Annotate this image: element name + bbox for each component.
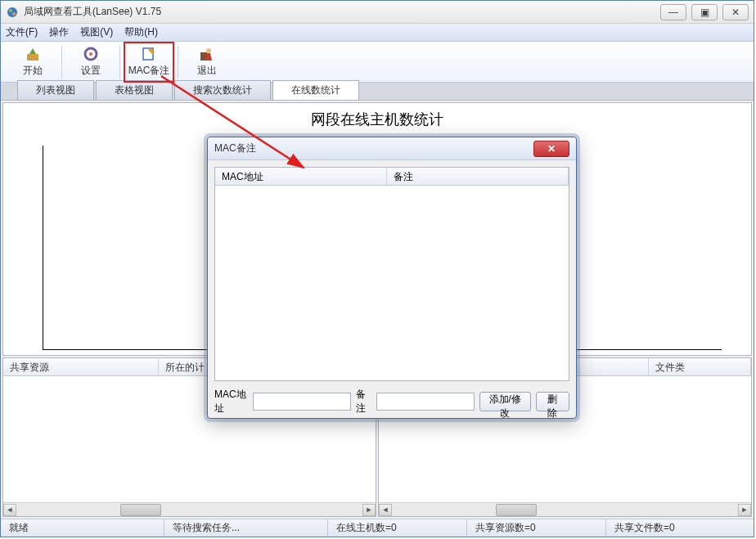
start-button[interactable]: 开始 bbox=[9, 43, 56, 81]
tab-table-view[interactable]: 表格视图 bbox=[96, 80, 173, 100]
separator bbox=[119, 46, 120, 79]
close-button[interactable]: ✕ bbox=[722, 4, 749, 20]
status-shared-files: 共享文件数=0 bbox=[606, 519, 754, 537]
mac-col-header[interactable]: MAC地址 bbox=[215, 168, 387, 185]
right-col-type[interactable]: 文件类 bbox=[649, 358, 751, 375]
svg-point-2 bbox=[12, 12, 16, 16]
add-modify-button[interactable]: 添加/修改 bbox=[479, 392, 531, 411]
note-input[interactable] bbox=[376, 393, 475, 411]
titlebar: 局域网查看工具(LanSee) V1.75 — ▣ ✕ bbox=[1, 1, 754, 24]
tab-search-stats[interactable]: 搜索次数统计 bbox=[174, 80, 271, 100]
menu-operate[interactable]: 操作 bbox=[49, 25, 69, 39]
dialog-titlebar[interactable]: MAC备注 ✕ bbox=[208, 137, 576, 160]
tab-bar: 列表视图 表格视图 搜索次数统计 在线数统计 bbox=[1, 83, 754, 101]
scroll-right-icon[interactable]: ► bbox=[738, 504, 751, 516]
status-shared-res: 共享资源数=0 bbox=[467, 519, 606, 537]
maximize-button[interactable]: ▣ bbox=[691, 4, 718, 20]
dialog-close-button[interactable]: ✕ bbox=[533, 141, 569, 157]
toolbar: 开始 设置 MAC备注 退出 bbox=[1, 42, 754, 83]
mac-input[interactable] bbox=[253, 393, 351, 411]
separator bbox=[61, 46, 62, 79]
mac-note-label: MAC备注 bbox=[128, 64, 170, 78]
start-icon bbox=[25, 46, 41, 62]
minimize-button[interactable]: — bbox=[660, 4, 686, 20]
app-icon bbox=[6, 6, 19, 19]
scroll-thumb[interactable] bbox=[120, 504, 161, 516]
status-bar: 就绪 等待搜索任务... 在线主机数=0 共享资源数=0 共享文件数=0 bbox=[1, 519, 754, 537]
mac-list[interactable]: MAC地址 备注 bbox=[214, 167, 569, 381]
note-col-header[interactable]: 备注 bbox=[387, 168, 569, 185]
svg-point-0 bbox=[7, 7, 17, 17]
mac-input-label: MAC地址 bbox=[214, 388, 248, 415]
scroll-thumb[interactable] bbox=[496, 504, 537, 516]
mac-note-button[interactable]: MAC备注 bbox=[125, 43, 173, 81]
menu-file[interactable]: 文件(F) bbox=[6, 25, 38, 39]
tab-list-view[interactable]: 列表视图 bbox=[17, 80, 94, 100]
left-scrollbar[interactable]: ◄ ► bbox=[3, 502, 376, 516]
start-label: 开始 bbox=[23, 64, 43, 78]
left-col-share[interactable]: 共享资源 bbox=[3, 358, 159, 375]
window-title: 局域网查看工具(LanSee) V1.75 bbox=[24, 5, 655, 19]
status-ready: 就绪 bbox=[1, 519, 164, 537]
svg-point-1 bbox=[9, 9, 12, 12]
exit-label: 退出 bbox=[197, 64, 217, 78]
scroll-left-icon[interactable]: ◄ bbox=[379, 504, 392, 516]
svg-point-8 bbox=[206, 48, 211, 53]
exit-icon bbox=[199, 46, 215, 62]
delete-button[interactable]: 删除 bbox=[536, 392, 569, 411]
right-scrollbar[interactable]: ◄ ► bbox=[379, 502, 751, 516]
gear-icon bbox=[83, 46, 99, 62]
menubar: 文件(F) 操作 视图(V) 帮助(H) bbox=[1, 24, 754, 42]
status-online: 在线主机数=0 bbox=[328, 519, 467, 537]
menu-help[interactable]: 帮助(H) bbox=[124, 25, 158, 39]
menu-view[interactable]: 视图(V) bbox=[80, 25, 113, 39]
svg-rect-3 bbox=[27, 54, 38, 61]
exit-button[interactable]: 退出 bbox=[183, 43, 231, 81]
status-waiting: 等待搜索任务... bbox=[164, 519, 328, 537]
scroll-left-icon[interactable]: ◄ bbox=[3, 504, 16, 516]
settings-label: 设置 bbox=[81, 64, 101, 78]
settings-button[interactable]: 设置 bbox=[67, 43, 115, 81]
note-icon bbox=[141, 46, 157, 62]
scroll-right-icon[interactable]: ► bbox=[362, 504, 376, 516]
mac-note-dialog: MAC备注 ✕ MAC地址 备注 MAC地址 备注 添加/修改 删除 bbox=[207, 137, 577, 419]
note-input-label: 备注 bbox=[356, 388, 371, 415]
dialog-title: MAC备注 bbox=[214, 141, 533, 155]
separator bbox=[178, 46, 178, 79]
tab-online-stats[interactable]: 在线数统计 bbox=[272, 80, 359, 100]
svg-point-5 bbox=[89, 52, 92, 56]
chart-title: 网段在线主机数统计 bbox=[3, 103, 751, 136]
